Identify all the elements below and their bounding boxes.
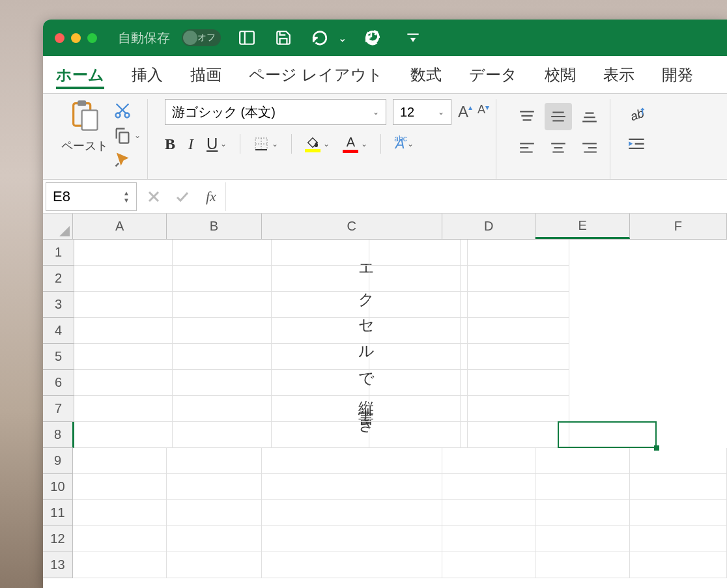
column-header-C[interactable]: C <box>262 214 442 239</box>
ribbon-toggle-icon[interactable] <box>236 27 257 48</box>
cell[interactable] <box>73 526 167 552</box>
cell[interactable] <box>272 396 369 422</box>
row-header[interactable]: 3 <box>43 292 74 318</box>
phonetic-button[interactable]: abc A ⌄ <box>394 135 414 152</box>
cell[interactable] <box>167 526 261 552</box>
italic-button[interactable]: I <box>188 135 193 153</box>
cell[interactable] <box>74 344 173 370</box>
column-header-E[interactable]: E <box>535 214 629 239</box>
cell[interactable] <box>468 344 569 370</box>
increase-font-button[interactable]: A▴ <box>458 103 472 121</box>
tab-page-layout[interactable]: ページ レイアウト <box>249 55 383 94</box>
cell[interactable] <box>173 370 272 396</box>
cell[interactable] <box>272 266 369 292</box>
align-middle-button[interactable] <box>545 103 572 130</box>
row-header[interactable]: 7 <box>43 396 74 422</box>
cell[interactable] <box>442 448 535 474</box>
cell[interactable] <box>167 448 261 474</box>
row-header[interactable]: 5 <box>43 344 74 370</box>
cancel-formula-button[interactable] <box>139 189 168 204</box>
cell[interactable] <box>468 292 569 318</box>
cell[interactable] <box>272 318 369 344</box>
cell[interactable] <box>630 448 727 474</box>
cell[interactable] <box>369 318 468 344</box>
cell[interactable] <box>167 500 261 526</box>
copy-button[interactable]: ⌄ <box>113 126 141 145</box>
row-header[interactable]: 1 <box>43 240 74 266</box>
align-top-button[interactable] <box>513 103 541 130</box>
orientation-button[interactable]: ab <box>627 105 646 124</box>
underline-button[interactable]: U ⌄ <box>207 135 227 153</box>
cell[interactable] <box>442 526 535 552</box>
format-painter-button[interactable] <box>113 151 141 169</box>
autosave-toggle[interactable]: オフ <box>182 29 221 46</box>
cell[interactable] <box>262 552 442 578</box>
cell[interactable] <box>442 474 535 500</box>
decrease-font-button[interactable]: A▾ <box>478 103 489 121</box>
maximize-button[interactable] <box>87 33 97 43</box>
save-icon[interactable] <box>273 27 294 48</box>
select-all-corner[interactable] <box>43 214 73 239</box>
row-header[interactable]: 2 <box>43 266 74 292</box>
cell[interactable] <box>173 240 272 266</box>
cell[interactable] <box>535 448 629 474</box>
row-header[interactable]: 8 <box>43 422 74 448</box>
cell[interactable] <box>272 422 369 448</box>
cell[interactable] <box>262 500 442 526</box>
cell[interactable] <box>630 500 727 526</box>
cell[interactable] <box>173 266 272 292</box>
align-bottom-button[interactable] <box>576 103 603 130</box>
row-header[interactable]: 10 <box>43 474 73 500</box>
fill-color-button[interactable]: ⌄ <box>305 136 330 152</box>
cut-button[interactable] <box>113 102 141 120</box>
tab-view[interactable]: 表示 <box>603 55 634 94</box>
tab-draw[interactable]: 描画 <box>190 55 221 94</box>
redo-icon[interactable] <box>362 27 383 48</box>
font-color-button[interactable]: A ⌄ <box>343 135 367 153</box>
fx-icon[interactable]: fx <box>206 188 216 205</box>
font-family-select[interactable]: 游ゴシック (本文) ⌄ <box>165 99 386 125</box>
cell[interactable] <box>369 370 468 396</box>
cell[interactable] <box>442 500 535 526</box>
indent-button[interactable] <box>627 137 646 152</box>
cell[interactable] <box>262 526 442 552</box>
tab-developer[interactable]: 開発 <box>662 55 693 94</box>
cell[interactable] <box>74 422 173 448</box>
cell[interactable] <box>73 500 167 526</box>
cell[interactable] <box>167 474 261 500</box>
cell[interactable] <box>468 422 569 448</box>
font-size-select[interactable]: 12 ⌄ <box>393 99 451 125</box>
row-header[interactable]: 11 <box>43 500 73 526</box>
align-center-button[interactable] <box>545 134 572 161</box>
name-box-stepper[interactable]: ▲▼ <box>123 189 130 204</box>
cell[interactable] <box>369 422 468 448</box>
undo-dropdown[interactable]: ⌄ <box>338 32 347 44</box>
cell[interactable] <box>535 552 629 578</box>
formula-input[interactable] <box>225 182 727 211</box>
cell[interactable] <box>630 526 727 552</box>
align-right-button[interactable] <box>576 134 603 161</box>
cell[interactable] <box>630 474 727 500</box>
cell[interactable] <box>272 370 369 396</box>
cell[interactable] <box>468 318 569 344</box>
cell[interactable] <box>272 240 369 266</box>
cell[interactable] <box>173 318 272 344</box>
bold-button[interactable]: B <box>165 135 175 153</box>
cell[interactable] <box>468 266 569 292</box>
cell[interactable] <box>74 318 173 344</box>
cell[interactable] <box>173 422 272 448</box>
minimize-button[interactable] <box>71 33 81 43</box>
cell[interactable] <box>369 396 468 422</box>
cell[interactable] <box>74 370 173 396</box>
tab-review[interactable]: 校閲 <box>545 55 576 94</box>
tab-insert[interactable]: 挿入 <box>132 55 163 94</box>
column-header-D[interactable]: D <box>442 214 535 239</box>
tab-formulas[interactable]: 数式 <box>410 55 442 94</box>
cell[interactable] <box>369 240 468 266</box>
close-button[interactable] <box>55 33 64 43</box>
enter-formula-button[interactable] <box>168 189 197 204</box>
row-header[interactable]: 4 <box>43 318 74 344</box>
column-header-A[interactable]: A <box>73 214 167 239</box>
cell[interactable] <box>73 552 167 578</box>
column-header-B[interactable]: B <box>167 214 261 239</box>
